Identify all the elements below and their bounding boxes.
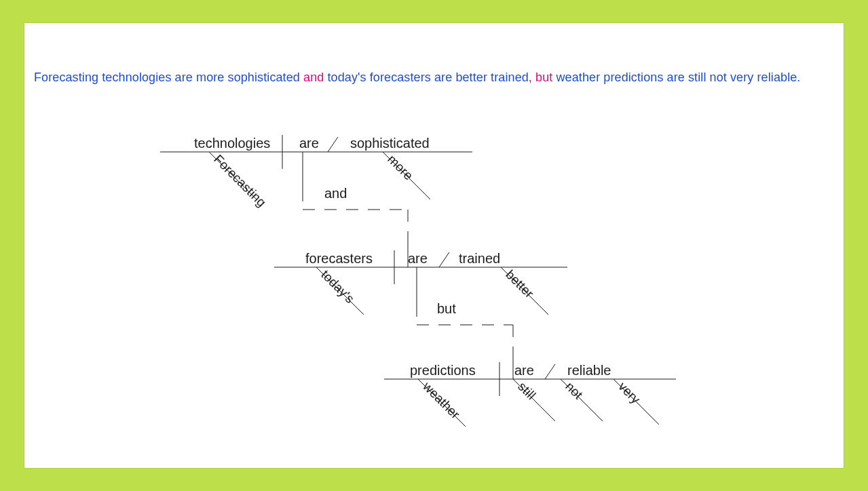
c3-subject-mod: weather — [419, 378, 463, 422]
c3-complement-mod-1: not — [563, 379, 586, 402]
c3-subject: predictions — [410, 363, 476, 378]
c3-verb-mod: still — [515, 379, 538, 402]
c1-subject-mod: Forecasting — [211, 152, 269, 210]
clause-1: technologies are sophisticated Forecasti… — [160, 135, 472, 210]
c3-complement-mod-2: very — [616, 379, 643, 407]
svg-line-2 — [328, 137, 338, 152]
conj2-label: but — [437, 301, 456, 316]
connector-1: and — [303, 152, 408, 267]
sentence-diagram: technologies are sophisticated Forecasti… — [24, 23, 844, 468]
conj1-label: and — [324, 186, 347, 201]
c2-subject-mod: today's — [318, 267, 357, 306]
clause-3: predictions are reliable weather still n… — [384, 362, 676, 427]
c2-complement-mod: better — [503, 267, 537, 301]
c1-complement: sophisticated — [350, 136, 430, 151]
c2-verb: are — [408, 251, 428, 266]
c1-complement-mod: more — [385, 152, 415, 182]
c3-complement: reliable — [567, 363, 611, 378]
svg-line-12 — [439, 252, 449, 267]
c3-verb: are — [514, 363, 534, 378]
c1-verb: are — [299, 136, 319, 151]
svg-line-22 — [545, 364, 555, 379]
c1-subject: technologies — [194, 136, 270, 151]
diagram-page: Forecasting technologies are more sophis… — [24, 23, 844, 468]
c2-complement: trained — [459, 251, 500, 266]
c2-subject: forecasters — [305, 251, 373, 266]
clause-2: forecasters are trained today's better — [274, 250, 567, 315]
